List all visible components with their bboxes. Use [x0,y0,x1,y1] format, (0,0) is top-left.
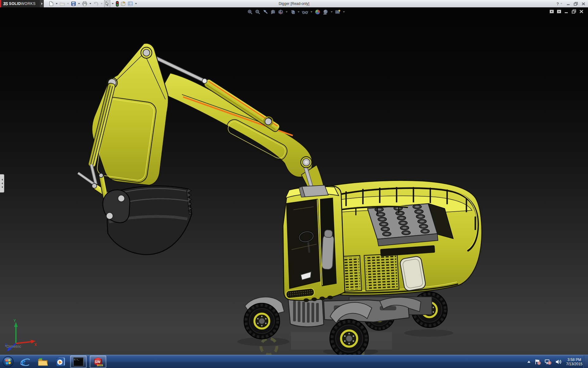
title-bar: 3S SOLIDWORKS [0,0,588,8]
select-tool-button[interactable] [104,0,110,8]
open-dropdown-caret[interactable] [67,3,69,4]
brand-name-light: WORKS [21,2,36,6]
rebuild-traffic-light-icon [115,1,119,7]
digger-3d-model[interactable] [0,7,588,355]
graphics-viewport[interactable]: Y X Z *Dimetric [0,7,588,355]
undo-dropdown-caret[interactable] [101,3,103,4]
undo-button[interactable] [93,0,99,7]
front-left-wheel[interactable] [244,303,280,339]
sw-icon-letters: SW [95,360,101,364]
save-button[interactable] [70,0,77,7]
show-hidden-icons-button[interactable] [527,360,531,364]
side-vent-panel [364,254,399,291]
internet-explorer-icon: e [20,357,30,367]
cmd-title-text: C:\_ [74,358,80,361]
view-orientation-label: *Dimetric [5,344,21,349]
print-button[interactable] [81,0,88,7]
taskbar-solidworks-2015[interactable]: SW 2015 [90,355,106,368]
clock-date: 7/13/2015 [566,362,582,366]
start-button[interactable] [2,356,14,367]
open-button[interactable] [59,0,66,7]
help-button[interactable]: ? [556,2,563,6]
new-document-icon [48,1,54,6]
restore-icon [574,2,578,6]
save-dropdown-caret[interactable] [78,3,80,4]
options-button[interactable] [127,0,134,7]
taskbar-media-player[interactable] [54,356,67,368]
system-tray: 3:58 PM 7/13/2015 [527,355,582,368]
help-icon: ? [556,2,559,6]
windows-taskbar: e C:\_ [0,355,588,368]
triad-y-label: Y [13,319,16,323]
menu-flyout-button[interactable] [40,0,44,7]
bucket[interactable] [78,173,192,255]
close-button[interactable] [581,2,586,6]
volume-button[interactable] [555,359,562,365]
new-dropdown-caret[interactable] [56,3,58,4]
window-controls: ? [556,0,586,7]
sw-icon-year: 2015 [97,364,103,367]
roof-box [302,185,328,197]
cab[interactable] [283,185,345,302]
save-floppy-icon [71,1,76,6]
file-properties-button[interactable] [120,0,126,7]
open-folder-icon [59,1,65,6]
file-properties-icon [120,1,126,6]
front-right-wheel[interactable] [330,319,368,355]
close-icon [581,2,586,6]
minimize-icon [566,2,571,6]
media-player-icon [55,357,66,367]
network-error-icon [545,359,552,365]
new-document-button[interactable] [48,0,54,7]
minimize-button[interactable] [566,2,571,6]
main-toolbar [48,0,138,8]
dassault-logo-icon: 3S [3,1,8,6]
undo-arrow-icon [93,1,99,6]
folder-icon [37,357,48,367]
rebuild-button[interactable] [115,0,119,7]
help-dropdown-caret [560,3,562,4]
solidworks-app-icon: SW 2015 [92,357,104,367]
options-checklist-icon [127,1,133,6]
action-center-button[interactable] [534,359,541,365]
taskbar-command-prompt[interactable]: C:\_ [70,355,87,368]
solidworks-application-window: 3S SOLIDWORKS [0,0,588,368]
logo-red-stripe [0,0,1,7]
triad-x-label: X [34,343,37,347]
options-dropdown-caret[interactable] [135,3,137,4]
show-desktop-button[interactable] [584,355,588,368]
print-dropdown-caret[interactable] [89,3,91,4]
taskbar-clock[interactable]: 3:58 PM 7/13/2015 [566,358,582,366]
taskbar-internet-explorer[interactable]: e [19,356,32,368]
up-arrow-icon [527,360,531,364]
flag-error-icon [534,359,541,365]
flyout-arrow-icon [41,2,43,5]
boom-arm[interactable] [88,43,326,196]
command-prompt-icon: C:\_ [73,357,84,367]
clock-time: 3:58 PM [566,358,582,362]
select-dropdown-caret[interactable] [112,3,114,4]
network-status-button[interactable] [545,359,552,365]
brand-name-bold: SOLID [9,2,21,6]
speaker-icon [555,359,562,365]
restore-button[interactable] [574,2,578,6]
taskbar-windows-explorer[interactable] [36,356,49,368]
solidworks-logo: 3S SOLIDWORKS [0,0,40,7]
select-cursor-icon [105,1,110,6]
print-icon [82,1,88,6]
